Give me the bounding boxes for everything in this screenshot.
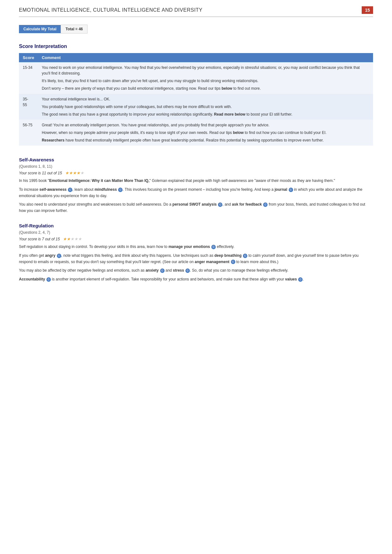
link-icon-anger-management[interactable]: © xyxy=(231,260,235,264)
score-col-header: Score xyxy=(19,53,38,62)
page-number: 15 xyxy=(362,6,373,14)
table-row: 35-55 Your emotional intelligence level … xyxy=(19,94,373,120)
score-range-1: 15-34 xyxy=(19,62,38,94)
self-awareness-score: Your score is 11 out of 15 ★★★★★ xyxy=(19,171,373,175)
link-icon-mindfulness[interactable]: © xyxy=(118,188,123,192)
score-comment-1: You need to work on your emotional intel… xyxy=(38,62,373,94)
self-regulation-section: Self-Regulation (Questions 2, 4, 7) Your… xyxy=(19,223,373,283)
link-icon-journal[interactable]: © xyxy=(289,188,293,192)
score-comment-3: Great! You're an emotionally intelligent… xyxy=(38,120,373,146)
self-regulation-body: Self regulation is about staying in cont… xyxy=(19,244,373,283)
link-icon-accountability[interactable]: © xyxy=(46,277,51,282)
score-range-2: 35-55 xyxy=(19,94,38,120)
self-awareness-title: Self-Awareness xyxy=(19,157,373,162)
link-icon-angry[interactable]: © xyxy=(57,254,61,258)
self-awareness-questions: (Questions 1, 8, 11) xyxy=(19,164,373,169)
self-regulation-score: Your score is 7 out of 15 ★★★★★ xyxy=(19,237,373,241)
total-display: Total = 46 xyxy=(61,25,87,33)
stars-filled-reg: ★★ xyxy=(63,237,70,241)
self-regulation-questions: (Questions 2, 4, 7) xyxy=(19,230,373,235)
score-comment-2: Your emotional intelligence level is... … xyxy=(38,94,373,120)
link-icon-manage-emotions[interactable]: © xyxy=(211,245,216,249)
calculator-row: Calculate My Total Total = 46 xyxy=(19,25,373,33)
score-interpretation-title: Score Interpretation xyxy=(19,44,373,49)
page-header: EMOTIONAL INTELLIGENCE, CULTURAL INTELLI… xyxy=(19,6,373,17)
self-awareness-body: In his 1995 book "Emotional Intelligence… xyxy=(19,178,373,214)
stars-empty: ★ xyxy=(80,171,84,175)
comment-col-header: Comment xyxy=(38,53,373,62)
stars-filled: ★★★★ xyxy=(65,171,80,175)
table-row: 15-34 You need to work on your emotional… xyxy=(19,62,373,94)
stars-empty-reg: ★★★ xyxy=(70,237,82,241)
calculate-button[interactable]: Calculate My Total xyxy=(19,25,61,33)
table-row: 56-75 Great! You're an emotionally intel… xyxy=(19,120,373,146)
page-title: EMOTIONAL INTELLIGENCE, CULTURAL INTELLI… xyxy=(19,7,202,13)
link-icon-anxiety[interactable]: © xyxy=(160,268,165,273)
link-icon-values[interactable]: © xyxy=(298,277,303,282)
self-regulation-title: Self-Regulation xyxy=(19,223,373,228)
link-icon-swot[interactable]: © xyxy=(218,202,222,207)
link-icon-stress[interactable]: © xyxy=(185,268,190,273)
link-icon-self-awareness[interactable]: © xyxy=(68,188,72,192)
score-range-3: 56-75 xyxy=(19,120,38,146)
score-table: Score Comment 15-34 You need to work on … xyxy=(19,53,373,146)
link-icon-deep-breathing[interactable]: © xyxy=(243,254,247,258)
score-interpretation-section: Score Interpretation Score Comment 15-34… xyxy=(19,44,373,146)
self-awareness-section: Self-Awareness (Questions 1, 8, 11) Your… xyxy=(19,157,373,214)
link-icon-feedback[interactable]: © xyxy=(263,202,268,207)
